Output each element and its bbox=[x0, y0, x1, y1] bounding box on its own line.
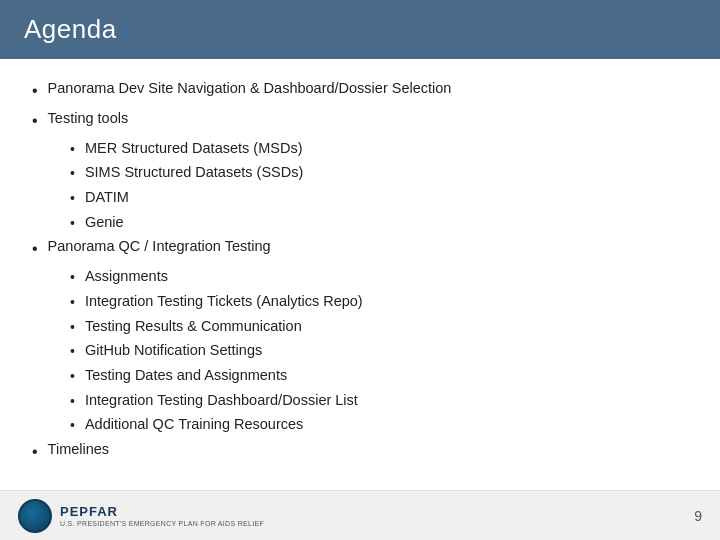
list-item-label: Timelines bbox=[48, 438, 110, 460]
bullet-icon: • bbox=[32, 440, 38, 465]
list-item-label: Panorama QC / Integration Testing bbox=[48, 235, 271, 257]
bullet-icon: • bbox=[70, 292, 75, 314]
list-item-label: Additional QC Training Resources bbox=[85, 413, 303, 435]
list-item: •Testing Results & Communication bbox=[70, 315, 688, 339]
bullet-icon: • bbox=[32, 237, 38, 262]
list-item: •Panorama QC / Integration Testing bbox=[32, 235, 688, 262]
list-item: •GitHub Notification Settings bbox=[70, 339, 688, 363]
list-item-label: Assignments bbox=[85, 265, 168, 287]
list-item: •Timelines bbox=[32, 438, 688, 465]
list-item: •MER Structured Datasets (MSDs) bbox=[70, 137, 688, 161]
list-item-label: Testing Results & Communication bbox=[85, 315, 302, 337]
list-item: •SIMS Structured Datasets (SSDs) bbox=[70, 161, 688, 185]
bullet-icon: • bbox=[70, 391, 75, 413]
list-item-label: Panorama Dev Site Navigation & Dashboard… bbox=[48, 77, 452, 99]
logo-subtitle: U.S. PRESIDENT'S EMERGENCY PLAN FOR AIDS… bbox=[60, 520, 264, 528]
list-item-label: SIMS Structured Datasets (SSDs) bbox=[85, 161, 303, 183]
bullet-icon: • bbox=[32, 109, 38, 134]
list-item: •Panorama Dev Site Navigation & Dashboar… bbox=[32, 77, 688, 104]
list-item: •Testing tools bbox=[32, 107, 688, 134]
list-item-label: Testing Dates and Assignments bbox=[85, 364, 287, 386]
logo-circle bbox=[18, 499, 52, 533]
pepfar-logo: PEPFAR U.S. PRESIDENT'S EMERGENCY PLAN F… bbox=[18, 499, 264, 533]
list-item: •DATIM bbox=[70, 186, 688, 210]
list-item: •Additional QC Training Resources bbox=[70, 413, 688, 437]
bullet-icon: • bbox=[70, 213, 75, 235]
footer: PEPFAR U.S. PRESIDENT'S EMERGENCY PLAN F… bbox=[0, 490, 720, 540]
list-item-label: DATIM bbox=[85, 186, 129, 208]
list-item-label: Genie bbox=[85, 211, 124, 233]
bullet-icon: • bbox=[70, 267, 75, 289]
content-area: •Panorama Dev Site Navigation & Dashboar… bbox=[0, 59, 720, 528]
list-item-label: Integration Testing Tickets (Analytics R… bbox=[85, 290, 363, 312]
header: Agenda bbox=[0, 0, 720, 59]
bullet-icon: • bbox=[70, 366, 75, 388]
list-item: •Integration Testing Tickets (Analytics … bbox=[70, 290, 688, 314]
bullet-icon: • bbox=[70, 188, 75, 210]
page-number: 9 bbox=[694, 508, 702, 524]
list-item: •Testing Dates and Assignments bbox=[70, 364, 688, 388]
list-item: •Integration Testing Dashboard/Dossier L… bbox=[70, 389, 688, 413]
bullet-icon: • bbox=[70, 415, 75, 437]
bullet-icon: • bbox=[70, 341, 75, 363]
list-item-label: GitHub Notification Settings bbox=[85, 339, 262, 361]
bullet-icon: • bbox=[70, 317, 75, 339]
list-item-label: Testing tools bbox=[48, 107, 129, 129]
bullet-icon: • bbox=[70, 163, 75, 185]
list-item-label: Integration Testing Dashboard/Dossier Li… bbox=[85, 389, 358, 411]
bullet-icon: • bbox=[32, 79, 38, 104]
list-item: •Genie bbox=[70, 211, 688, 235]
list-item-label: MER Structured Datasets (MSDs) bbox=[85, 137, 303, 159]
bullet-icon: • bbox=[70, 139, 75, 161]
page-title: Agenda bbox=[24, 14, 117, 45]
logo-name: PEPFAR bbox=[60, 504, 118, 519]
list-item: •Assignments bbox=[70, 265, 688, 289]
